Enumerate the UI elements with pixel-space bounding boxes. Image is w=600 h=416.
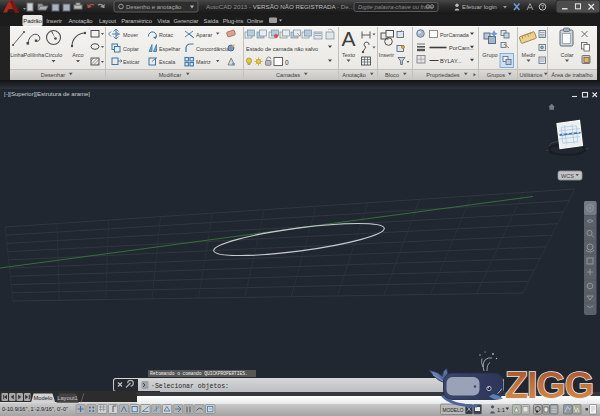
svg-text:Modificar: Modificar: [159, 72, 182, 78]
svg-text:A: A: [341, 27, 355, 50]
svg-text:Círculo: Círculo: [45, 52, 62, 58]
svg-text:Espelhar: Espelhar: [159, 46, 180, 52]
svg-text:Online: Online: [247, 18, 264, 24]
svg-text:Aparar: Aparar: [196, 32, 212, 38]
svg-text:Arco: Arco: [72, 52, 83, 58]
svg-text:Rotac: Rotac: [159, 32, 173, 38]
svg-text:Texto: Texto: [342, 52, 355, 58]
svg-text:0-10.9/16", 1'-2.9/16", 0'-0": 0-10.9/16", 1'-2.9/16", 0'-0": [2, 406, 68, 412]
svg-text:Efetuar login: Efetuar login: [462, 3, 497, 10]
svg-text:Vista: Vista: [157, 18, 170, 24]
svg-text:Paramétrico: Paramétrico: [121, 18, 152, 24]
svg-text:[-][Superior][Estrutura de ara: [-][Superior][Estrutura de arame]: [4, 91, 90, 97]
svg-text:BYLAY...: BYLAY...: [440, 58, 462, 64]
svg-text:Escala: Escala: [159, 59, 175, 65]
svg-text:Polilinha: Polilinha: [24, 52, 46, 58]
svg-text:Padrão: Padrão: [23, 18, 42, 24]
svg-text:AutoCAD 2013 - VERSÃO NÃO REGI: AutoCAD 2013 - VERSÃO NÃO REGISTRADA - D…: [206, 3, 354, 10]
svg-text:WCS: WCS: [561, 173, 574, 179]
svg-text:Layout: Layout: [99, 18, 117, 24]
svg-text:Anotação: Anotação: [342, 72, 366, 78]
svg-text:1:1: 1:1: [497, 407, 505, 413]
svg-text:Grupo: Grupo: [482, 52, 497, 58]
svg-text:Concordância: Concordância: [196, 46, 229, 52]
svg-text:Camadas: Camadas: [276, 72, 300, 78]
svg-text:Medir: Medir: [522, 52, 536, 58]
svg-text:Colar: Colar: [560, 52, 573, 58]
svg-text:Esticar: Esticar: [123, 59, 140, 65]
svg-text:Layout1: Layout1: [57, 395, 78, 401]
svg-text:MODELO: MODELO: [443, 407, 464, 413]
svg-text:0: 0: [285, 59, 289, 66]
svg-text:Inserir: Inserir: [46, 18, 62, 24]
svg-text:Plug-ins: Plug-ins: [223, 18, 244, 24]
svg-text:PorCamada: PorCamada: [440, 32, 469, 38]
svg-text:Utilitários: Utilitários: [519, 72, 542, 78]
svg-text:Digite palavra-chave ou frase: Digite palavra-chave ou frase: [358, 4, 434, 10]
svg-text:Saída: Saída: [204, 18, 220, 24]
svg-text:Matriz: Matriz: [196, 59, 211, 65]
svg-text:Modelo: Modelo: [33, 395, 52, 401]
svg-text:Propriedades: Propriedades: [426, 72, 459, 78]
svg-text:Linha: Linha: [10, 52, 24, 58]
svg-text:Desenhar: Desenhar: [41, 72, 65, 78]
svg-text:Anotação: Anotação: [68, 18, 93, 24]
svg-text:Grupos: Grupos: [487, 72, 506, 78]
svg-text:ZIGG: ZIGG: [505, 365, 593, 406]
svg-text:·Selecionar objetos:: ·Selecionar objetos:: [151, 383, 229, 390]
svg-text:Mover: Mover: [123, 32, 138, 38]
svg-text:Copiar: Copiar: [123, 46, 139, 52]
svg-text:Bloco: Bloco: [385, 72, 399, 78]
svg-text:Gerenciar: Gerenciar: [174, 18, 199, 24]
svg-text:Desenho e anotação: Desenho e anotação: [126, 4, 182, 10]
svg-text:Inserir: Inserir: [379, 52, 394, 58]
svg-text:Estado de camada não salvo: Estado de camada não salvo: [246, 46, 318, 52]
svg-text:Área de trabalho: Área de trabalho: [551, 72, 592, 78]
